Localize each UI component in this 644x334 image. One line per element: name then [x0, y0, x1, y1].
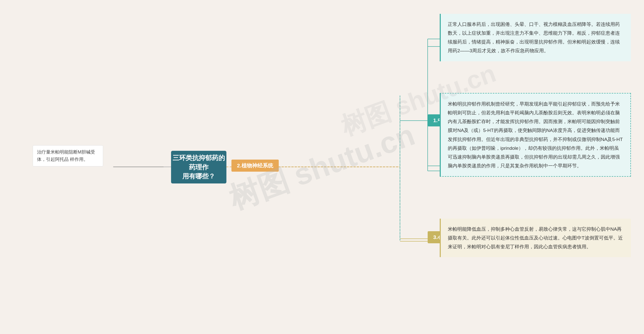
central-label: 三环类抗抑郁药的药理作用有哪些？: [171, 153, 226, 181]
text-box-1: 正常人口服本药后，出现困倦、头晕、口干、视力模糊及血压稍降等。若连续用药数天，以…: [440, 14, 631, 61]
left-text: 治疗量米帕明能阻断M胆碱受体，引起阿托品 样作用。: [37, 150, 95, 162]
branch-label-2: 2.植物神经系统: [231, 160, 279, 172]
left-node: 治疗量米帕明能阻断M胆碱受体，引起阿托品 样作用。: [33, 145, 103, 166]
text-box-3: 米帕明能降低血压，抑制多种心血管反射，易致心律失常，这与它抑制心肌中NA再摄取有…: [440, 219, 631, 257]
central-node: 三环类抗抑郁药的药理作用有哪些？: [171, 151, 226, 183]
text-box-1-content: 正常人口服本药后，出现困倦、头晕、口干、视力模糊及血压稍降等。若连续用药数天，以…: [448, 22, 620, 53]
text-box-3-content: 米帕明能降低血压，抑制多种心血管反射，易致心律失常，这与它抑制心肌中NA再摄取有…: [448, 226, 623, 249]
text-box-2-content: 米帕明抗抑郁作用机制曾经研究，早期发现利血平能引起抑郁症状，而预先给予米帕明则可…: [448, 101, 623, 168]
text-box-2: 米帕明抗抑郁作用机制曾经研究，早期发现利血平能引起抑郁症状，而预先给予米帕明则可…: [440, 93, 631, 177]
mindmap-container: 树图 shutu.cn 树图 shutu.cn 三环类抗抑郁药的药理作用有哪些？…: [0, 0, 644, 334]
